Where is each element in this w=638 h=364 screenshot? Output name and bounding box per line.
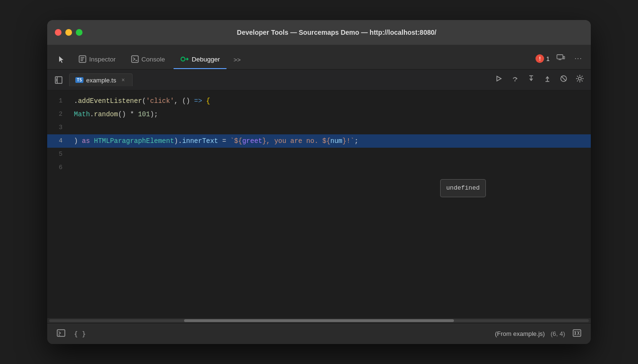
code-line-3: 3	[47, 121, 591, 134]
error-count: 1	[546, 55, 549, 62]
responsive-design-button[interactable]	[554, 52, 568, 65]
devtools-window: Developer Tools — Sourcemaps Demo — http…	[47, 20, 591, 344]
source-map-button[interactable]	[571, 327, 583, 341]
console-icon	[131, 55, 139, 63]
close-button[interactable]	[55, 29, 62, 36]
ts-badge: TS	[75, 77, 83, 83]
pointer-icon	[57, 55, 66, 64]
cursor-position: (6, 4)	[551, 330, 565, 337]
code-editor[interactable]: 1 .addEventListener('click', () => { 2 M…	[47, 91, 591, 318]
step-out-icon	[543, 74, 552, 83]
line-number-1: 1	[47, 94, 70, 108]
main-toolbar: Inspector Console Debugger >>	[47, 45, 591, 70]
debugger-icon	[180, 56, 189, 62]
svg-point-7	[578, 77, 581, 80]
status-right: (From example.js) (6, 4)	[495, 327, 583, 341]
pointer-tool-button[interactable]	[53, 50, 70, 69]
debugger-settings-button[interactable]	[573, 72, 587, 87]
more-options-button[interactable]: ···	[572, 52, 585, 65]
svg-rect-3	[557, 55, 563, 59]
svg-rect-4	[563, 56, 565, 59]
format-button[interactable]: { }	[72, 328, 88, 340]
console-tab[interactable]: Console	[124, 50, 172, 69]
pretty-print-button[interactable]	[55, 327, 67, 341]
resume-icon	[494, 74, 503, 83]
line-content-2: Math.random() * 101);	[70, 108, 158, 121]
source-map-icon	[573, 329, 581, 337]
line-number-3: 3	[47, 121, 70, 134]
more-options-icon: ···	[575, 54, 582, 62]
more-tabs-icon: >>	[234, 56, 241, 63]
step-over-button[interactable]	[508, 72, 522, 87]
inspector-icon	[79, 55, 86, 63]
svg-rect-5	[55, 77, 62, 83]
toolbar-right: ! 1 ···	[535, 52, 585, 69]
deactivate-breakpoints-button[interactable]	[556, 72, 571, 87]
horizontal-scrollbar[interactable]	[47, 318, 591, 323]
inspector-tab-label: Inspector	[89, 56, 116, 63]
status-bar: { } (From example.js) (6, 4)	[47, 323, 591, 344]
scrollbar-thumb[interactable]	[184, 319, 454, 322]
line-number-4: 4	[47, 134, 70, 148]
line-content-1: .addEventListener('click', () => {	[70, 94, 210, 108]
code-line-6: 6	[47, 161, 591, 174]
maximize-button[interactable]	[76, 29, 82, 36]
console-tab-label: Console	[142, 56, 165, 63]
tooltip-undefined: undefined	[440, 179, 486, 197]
sources-panel-button[interactable]	[51, 74, 66, 86]
step-into-icon	[527, 74, 535, 83]
error-badge: ! 1	[535, 54, 549, 63]
editor-area: 1 .addEventListener('click', () => { 2 M…	[47, 91, 591, 323]
minimize-button[interactable]	[65, 29, 72, 36]
line-number-2: 2	[47, 108, 70, 121]
line-number-6: 6	[47, 161, 70, 174]
file-name: example.ts	[86, 77, 116, 84]
debug-controls	[492, 72, 587, 87]
line-number-5: 5	[47, 148, 70, 161]
file-tab[interactable]: TS example.ts ×	[69, 73, 133, 86]
error-icon: !	[535, 54, 544, 63]
traffic-lights	[55, 29, 82, 36]
pretty-print-icon	[57, 329, 65, 337]
status-left: { }	[55, 327, 88, 341]
code-line-5: 5	[47, 148, 591, 161]
sub-toolbar: TS example.ts ×	[47, 70, 591, 91]
close-file-tab-button[interactable]: ×	[120, 76, 126, 84]
responsive-icon	[556, 54, 565, 61]
window-title: Developer Tools — Sourcemaps Demo — http…	[90, 29, 583, 36]
debugger-tab[interactable]: Debugger	[174, 50, 226, 69]
code-line-4: 4 ) as HTMLParagraphElement).innerText =…	[47, 134, 591, 148]
step-out-button[interactable]	[540, 72, 555, 87]
sources-panel-icon	[55, 76, 62, 84]
code-line-1: 1 .addEventListener('click', () => {	[47, 94, 591, 108]
debugger-tab-label: Debugger	[192, 56, 220, 63]
source-file-label: (From example.js)	[495, 330, 545, 337]
deactivate-icon	[559, 74, 568, 83]
scrollbar-track	[49, 319, 589, 322]
resume-button[interactable]	[492, 72, 506, 87]
inspector-tab[interactable]: Inspector	[72, 50, 123, 69]
settings-icon	[576, 74, 584, 83]
more-tabs-button[interactable]: >>	[228, 50, 246, 69]
svg-rect-9	[573, 330, 581, 336]
code-line-2: 2 Math.random() * 101);	[47, 108, 591, 121]
format-braces-label: { }	[74, 330, 86, 338]
title-bar: Developer Tools — Sourcemaps Demo — http…	[47, 20, 591, 45]
step-into-button[interactable]	[524, 72, 538, 87]
step-over-icon	[511, 74, 519, 83]
svg-point-2	[181, 57, 185, 61]
line-content-4: ) as HTMLParagraphElement).innerText = `…	[70, 134, 359, 148]
